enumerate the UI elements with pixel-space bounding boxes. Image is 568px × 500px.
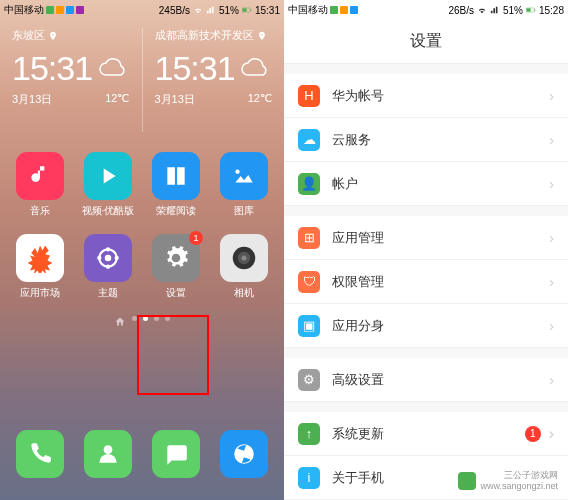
settings-screen: 中国移动 26B/s 51% 15:28 设置 H华为帐号›☁云服务›👤帐户›⊞… — [284, 0, 568, 500]
app-label: 相机 — [234, 286, 254, 300]
setting-云服务[interactable]: ☁云服务› — [284, 118, 568, 162]
cloud-icon — [98, 57, 130, 81]
location-icon — [257, 31, 267, 41]
app-视频·优酷版[interactable]: 视频·优酷版 — [78, 152, 138, 218]
status-app-icon — [56, 6, 64, 14]
chevron-right-icon: › — [549, 132, 554, 148]
setting-label: 应用管理 — [332, 229, 384, 247]
net-speed: 245B/s — [159, 5, 190, 16]
svg-rect-1 — [242, 8, 246, 11]
status-app-icon — [66, 6, 74, 14]
chevron-right-icon: › — [549, 230, 554, 246]
section-gap — [284, 348, 568, 358]
status-time: 15:28 — [539, 5, 564, 16]
temp-1: 12℃ — [105, 92, 129, 107]
app-主题[interactable]: 主题 — [78, 234, 138, 300]
app-icon: 1 — [152, 234, 200, 282]
setting-label: 华为帐号 — [332, 87, 384, 105]
home-dot-icon — [114, 316, 126, 328]
setting-应用分身[interactable]: ▣应用分身› — [284, 304, 568, 348]
app-phone[interactable] — [10, 430, 70, 478]
battery-percent: 51% — [219, 5, 239, 16]
setting-帐户[interactable]: 👤帐户› — [284, 162, 568, 206]
signal-icon — [206, 5, 216, 15]
setting-icon: 🛡 — [298, 271, 320, 293]
chevron-right-icon: › — [549, 318, 554, 334]
chevron-right-icon: › — [549, 372, 554, 388]
app-设置[interactable]: 1设置 — [146, 234, 206, 300]
weather-widget[interactable]: 东坡区 15:31 3月13日12℃ 成都高新技术开发区 15:31 3月13日… — [0, 20, 284, 140]
setting-华为帐号[interactable]: H华为帐号› — [284, 74, 568, 118]
net-speed: 26B/s — [448, 5, 474, 16]
status-app-icon — [350, 6, 358, 14]
setting-系统更新[interactable]: ↑系统更新1› — [284, 412, 568, 456]
signal-icon — [490, 5, 500, 15]
setting-权限管理[interactable]: 🛡权限管理› — [284, 260, 568, 304]
setting-label: 系统更新 — [332, 425, 384, 443]
status-app-icon — [46, 6, 54, 14]
time-1: 15:31 — [12, 49, 92, 88]
chevron-right-icon: › — [549, 176, 554, 192]
app-messages[interactable] — [146, 430, 206, 478]
app-label: 主题 — [98, 286, 118, 300]
chevron-right-icon: › — [549, 88, 554, 104]
badge: 1 — [189, 231, 203, 245]
section-gap — [284, 64, 568, 74]
app-icon — [152, 152, 200, 200]
app-应用市场[interactable]: 应用市场 — [10, 234, 70, 300]
temp-2: 12℃ — [248, 92, 272, 107]
setting-icon: H — [298, 85, 320, 107]
app-contacts[interactable] — [78, 430, 138, 478]
app-label: 应用市场 — [20, 286, 60, 300]
app-label: 荣耀阅读 — [156, 204, 196, 218]
app-icon — [84, 234, 132, 282]
watermark-icon — [458, 472, 476, 490]
svg-rect-12 — [534, 9, 535, 11]
app-icon — [220, 234, 268, 282]
section-gap — [284, 402, 568, 412]
setting-label: 权限管理 — [332, 273, 384, 291]
app-荣耀阅读[interactable]: 荣耀阅读 — [146, 152, 206, 218]
highlight-settings — [137, 315, 209, 395]
svg-point-4 — [105, 255, 112, 262]
app-相机[interactable]: 相机 — [214, 234, 274, 300]
date-2: 3月13日 — [155, 92, 195, 107]
svg-rect-11 — [526, 8, 530, 11]
app-label: 音乐 — [30, 204, 50, 218]
app-browser[interactable] — [214, 430, 274, 478]
time-2: 15:31 — [155, 49, 235, 88]
settings-list[interactable]: H华为帐号›☁云服务›👤帐户›⊞应用管理›🛡权限管理›▣应用分身›⚙高级设置›↑… — [284, 64, 568, 500]
setting-应用管理[interactable]: ⊞应用管理› — [284, 216, 568, 260]
carrier: 中国移动 — [288, 3, 328, 17]
app-label: 图库 — [234, 204, 254, 218]
setting-icon: ⚙ — [298, 369, 320, 391]
app-label: 设置 — [166, 286, 186, 300]
status-bar-right: 中国移动 26B/s 51% 15:28 — [284, 0, 568, 20]
setting-icon: ▣ — [298, 315, 320, 337]
status-app-icon — [340, 6, 348, 14]
app-label: 视频·优酷版 — [82, 204, 135, 218]
cloud-icon — [240, 57, 272, 81]
app-音乐[interactable]: 音乐 — [10, 152, 70, 218]
battery-icon — [526, 5, 536, 15]
section-gap — [284, 206, 568, 216]
date-1: 3月13日 — [12, 92, 52, 107]
svg-point-7 — [242, 256, 247, 261]
battery-icon — [242, 5, 252, 15]
dock — [0, 420, 284, 488]
setting-高级设置[interactable]: ⚙高级设置› — [284, 358, 568, 402]
chevron-right-icon: › — [549, 425, 554, 443]
status-bar-left: 中国移动 245B/s 51% 15:31 — [0, 0, 284, 20]
app-icon — [220, 430, 268, 478]
setting-icon: ⊞ — [298, 227, 320, 249]
carrier: 中国移动 — [4, 3, 44, 17]
location-icon — [48, 31, 58, 41]
setting-icon: ↑ — [298, 423, 320, 445]
home-screen: 中国移动 245B/s 51% 15:31 东坡区 15:31 3月13日12℃… — [0, 0, 284, 500]
app-icon — [16, 430, 64, 478]
setting-badge: 1 — [525, 426, 541, 442]
location-2: 成都高新技术开发区 — [155, 28, 254, 43]
chevron-right-icon: › — [549, 274, 554, 290]
app-icon — [84, 430, 132, 478]
app-图库[interactable]: 图库 — [214, 152, 274, 218]
